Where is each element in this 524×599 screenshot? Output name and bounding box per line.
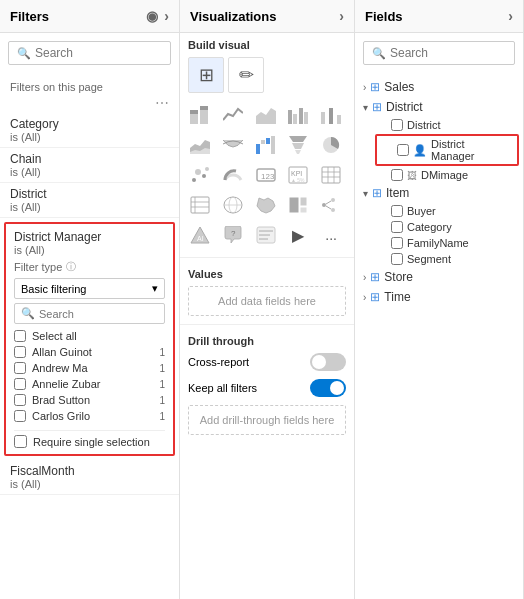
viz-waterfall[interactable]: [252, 131, 280, 159]
district-chevron-icon: ▾: [363, 102, 368, 113]
cross-report-toggle[interactable]: [310, 353, 346, 371]
svg-text:KPI: KPI: [291, 170, 302, 177]
values-label: Values: [180, 262, 354, 282]
add-data-fields-box[interactable]: Add data fields here: [188, 286, 346, 316]
field-group-sales: › ⊞ Sales: [355, 77, 523, 97]
viz-matrix[interactable]: [186, 191, 214, 219]
filter-name-category: Category: [10, 117, 169, 131]
require-single-checkbox[interactable]: [14, 435, 27, 448]
filter-item-category[interactable]: Category is (All): [0, 113, 179, 148]
store-chevron-icon: ›: [363, 272, 366, 283]
fields-title: Fields: [365, 9, 403, 24]
fields-search-input[interactable]: [390, 46, 506, 60]
viz-q-and-a[interactable]: ?: [219, 221, 247, 249]
field-item-family-name[interactable]: FamilyName: [371, 235, 523, 251]
filters-more-icon[interactable]: ⋯: [155, 95, 169, 111]
dmimage-icon: 🖼: [407, 170, 417, 181]
highlighted-filter-name: District Manager: [14, 230, 165, 244]
viz-treemap[interactable]: [284, 191, 312, 219]
svg-point-23: [195, 169, 201, 175]
buyer-checkbox[interactable]: [391, 205, 403, 217]
filter-item-chain[interactable]: Chain is (All): [0, 148, 179, 183]
dmimage-checkbox[interactable]: [391, 169, 403, 181]
viz-decomp-tree[interactable]: [317, 191, 345, 219]
require-single-label: Require single selection: [33, 436, 150, 448]
filter-option-select-all: Select all: [14, 328, 165, 344]
viz-custom[interactable]: ▶: [284, 221, 312, 249]
filter-option-annelie: Annelie Zubar 1: [14, 376, 165, 392]
visualizations-panel: Visualizations › Build visual ⊞ ✏: [180, 0, 355, 599]
viz-more[interactable]: [317, 101, 345, 129]
filters-list: Filters on this page ⋯ Category is (All)…: [0, 73, 179, 599]
viz-area-chart[interactable]: [252, 101, 280, 129]
annelie-count: 1: [159, 379, 165, 390]
filter-item-district[interactable]: District is (All): [0, 183, 179, 218]
carlos-checkbox[interactable]: [14, 410, 26, 422]
visual-format-icon[interactable]: ✏: [228, 57, 264, 93]
annelie-checkbox[interactable]: [14, 378, 26, 390]
viz-ai[interactable]: AI: [186, 221, 214, 249]
field-item-buyer[interactable]: Buyer: [371, 203, 523, 219]
viz-stacked-area[interactable]: [186, 131, 214, 159]
andrew-checkbox[interactable]: [14, 362, 26, 374]
field-item-dmimage[interactable]: 🖼 DMimage: [371, 167, 523, 183]
field-item-district-manager[interactable]: 👤 District Manager: [377, 136, 517, 164]
field-group-header-store[interactable]: › ⊞ Store: [355, 267, 523, 287]
filter-search-input[interactable]: [39, 308, 158, 320]
allan-checkbox[interactable]: [14, 346, 26, 358]
viz-smart-narrative[interactable]: [252, 221, 280, 249]
brad-checkbox[interactable]: [14, 394, 26, 406]
table-icon[interactable]: ⊞: [188, 57, 224, 93]
field-item-district[interactable]: District: [371, 117, 523, 133]
field-group-header-time[interactable]: › ⊞ Time: [355, 287, 523, 307]
field-item-segment[interactable]: Segment: [371, 251, 523, 267]
viz-scatter[interactable]: [186, 161, 214, 189]
store-table-icon: ⊞: [370, 270, 380, 284]
filters-search-input[interactable]: [35, 46, 162, 60]
district-group-label: District: [386, 100, 423, 114]
filter-item-district-manager: District Manager is (All) Filter type ⓘ …: [4, 222, 175, 456]
add-drill-fields-box[interactable]: Add drill-through fields here: [188, 405, 346, 435]
info-icon[interactable]: ⓘ: [66, 260, 76, 274]
svg-point-48: [331, 208, 335, 212]
svg-rect-17: [271, 136, 275, 154]
fields-list: › ⊞ Sales ▾ ⊞ District District: [355, 73, 523, 599]
viz-table[interactable]: [317, 161, 345, 189]
segment-checkbox[interactable]: [391, 253, 403, 265]
viz-pie[interactable]: [317, 131, 345, 159]
viz-kpi[interactable]: KPI▲ 5%: [284, 161, 312, 189]
filter-type-dropdown[interactable]: Basic filtering ▾: [14, 278, 165, 299]
svg-rect-6: [293, 114, 297, 124]
viz-more-icon[interactable]: ...: [317, 221, 345, 249]
field-group-header-district[interactable]: ▾ ⊞ District: [355, 97, 523, 117]
category-checkbox[interactable]: [391, 221, 403, 233]
viz-ribbon[interactable]: [219, 131, 247, 159]
viz-cluster-bar[interactable]: [284, 101, 312, 129]
item-chevron-icon: ▾: [363, 188, 368, 199]
select-all-checkbox[interactable]: [14, 330, 26, 342]
viz-gauge[interactable]: [219, 161, 247, 189]
svg-rect-5: [288, 110, 292, 124]
viz-filled-map[interactable]: [252, 191, 280, 219]
viz-line-chart[interactable]: [219, 101, 247, 129]
filter-search-icon: 🔍: [21, 307, 35, 320]
district-manager-checkbox[interactable]: [397, 144, 409, 156]
keep-filters-toggle[interactable]: [310, 379, 346, 397]
viz-map[interactable]: [219, 191, 247, 219]
field-group-header-item[interactable]: ▾ ⊞ Item: [355, 183, 523, 203]
district-field-checkbox[interactable]: [391, 119, 403, 131]
filter-name-district: District: [10, 187, 169, 201]
field-group-header-sales[interactable]: › ⊞ Sales: [355, 77, 523, 97]
viz-funnel[interactable]: [284, 131, 312, 159]
svg-rect-43: [289, 197, 299, 213]
expand-icon[interactable]: ›: [164, 8, 169, 24]
fields-expand-icon[interactable]: ›: [508, 8, 513, 24]
familyname-checkbox[interactable]: [391, 237, 403, 249]
viz-stacked-bar[interactable]: [186, 101, 214, 129]
field-item-category[interactable]: Category: [371, 219, 523, 235]
field-group-store: › ⊞ Store: [355, 267, 523, 287]
eye-icon[interactable]: ◉: [146, 8, 158, 24]
viz-card[interactable]: 123: [252, 161, 280, 189]
filter-item-fiscal-month[interactable]: FiscalMonth is (All): [0, 460, 179, 495]
viz-expand-icon[interactable]: ›: [339, 8, 344, 24]
